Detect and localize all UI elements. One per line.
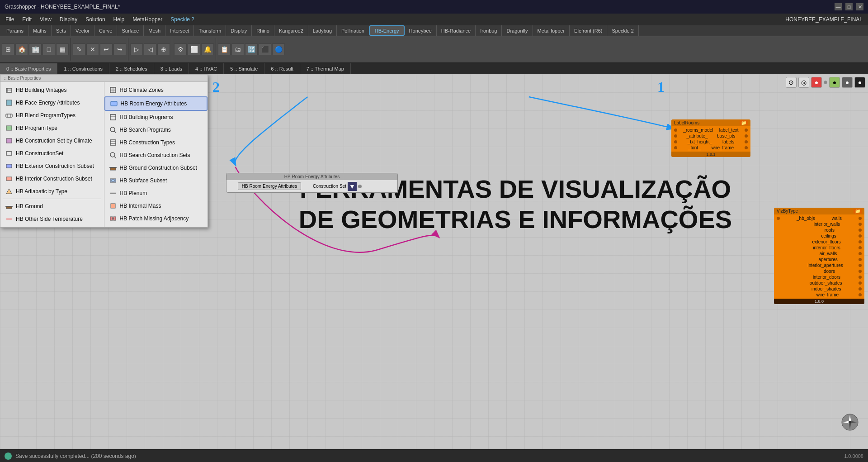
canvas-icon-6[interactable]: ● [842, 77, 853, 88]
menu-view[interactable]: View [36, 15, 55, 24]
menu-metahopper[interactable]: MetaHopper [129, 15, 166, 24]
toolbar-btn-5[interactable]: ▦ [56, 43, 69, 55]
dd-interior-construction[interactable]: HB Interior Construction Subset [0, 172, 104, 185]
canvas-icon-4[interactable] [824, 81, 827, 84]
tab-transform[interactable]: Transform [194, 25, 226, 36]
tab-params[interactable]: Params [2, 25, 28, 36]
tab-kangaroo2[interactable]: Kangaroo2 [274, 25, 308, 36]
toolbar-btn-3[interactable]: 🏢 [29, 43, 42, 55]
dd-room-energy[interactable]: HB Room Energy Attributes [104, 96, 208, 111]
tab-display[interactable]: Display [226, 25, 252, 36]
tab-intersect[interactable]: Intersect [165, 25, 194, 36]
toolbar-btn-11[interactable]: ◁ [144, 43, 156, 55]
tab-mesh[interactable]: Mesh [144, 25, 165, 36]
tab-ironbug[interactable]: Ironbug [476, 25, 502, 36]
toolbar-btn-2[interactable]: 🏠 [15, 43, 28, 55]
toolbar-btn-4[interactable]: □ [42, 43, 55, 55]
canvas-icon-7[interactable]: ● [854, 77, 865, 88]
tab-surface[interactable]: Surface [117, 25, 144, 36]
menu-speckle[interactable]: Speckle 2 [167, 15, 198, 24]
dd-exterior-construction[interactable]: HB Exterior Construction Subset [0, 160, 104, 172]
viz-input: _hb_objs [797, 216, 815, 221]
menu-help[interactable]: Help [110, 15, 128, 24]
dd-construction-set[interactable]: HB ConstructionSet [0, 147, 104, 160]
minimize-button[interactable]: — [835, 3, 842, 10]
menu-file[interactable]: File [2, 15, 18, 24]
toolbar-btn-8[interactable]: ↩ [100, 43, 113, 55]
cat-schedules[interactable]: 2 :: Schedules [109, 63, 154, 74]
toolbar: ⊞ 🏠 🏢 □ ▦ ✎ ✕ ↩ ↪ ▷ ◁ ⊕ ⚙ ⬜ 🔔 📋 🗂 🔢 ⬛ 🔵 [0, 36, 868, 63]
close-button[interactable]: ✕ [856, 3, 863, 10]
maximize-button[interactable]: □ [845, 3, 853, 10]
viz-fold[interactable]: 📁 [854, 209, 862, 214]
tab-honeybee[interactable]: Honeybee [405, 25, 437, 36]
dd-patch-adjacency[interactable]: HB Patch Missing Adjacency [104, 212, 208, 225]
cat-result[interactable]: 6 :: Result [264, 63, 300, 74]
canvas-icon-2[interactable]: ◎ [798, 77, 809, 88]
dd-adiabatic[interactable]: HB Adiabatic by Type [0, 185, 104, 198]
toolbar-btn-12[interactable]: ⊕ [157, 43, 170, 55]
dd-building-programs[interactable]: HB Building Programs [104, 111, 208, 124]
toolbar-btn-20[interactable]: 🔵 [272, 43, 285, 55]
nav-compass[interactable] [841, 413, 859, 431]
tab-hb-energy[interactable]: HB-Energy [369, 25, 405, 36]
canvas-icon-5[interactable]: ● [829, 77, 840, 88]
toolbar-btn-16[interactable]: 📋 [218, 43, 231, 55]
dd-construction-climate[interactable]: HB Construction Set by Climate [0, 134, 104, 147]
cat-thermal[interactable]: 7 :: Thermal Map [300, 63, 351, 74]
toolbar-btn-13[interactable]: ⚙ [174, 43, 187, 55]
dd-construction-types[interactable]: HB Construction Types [104, 136, 208, 149]
dd-internal-mass[interactable]: HB Internal Mass [104, 200, 208, 212]
tab-dragonfly[interactable]: Dragonfly [502, 25, 533, 36]
toolbar-btn-14[interactable]: ⬜ [188, 43, 200, 55]
label-rooms-fold[interactable]: 📁 [740, 120, 748, 125]
tab-elefront[interactable]: Elefront (R6) [570, 25, 607, 36]
dd-subface-subset[interactable]: HB Subface Subset [104, 174, 208, 187]
dd-program-type[interactable]: HB ProgramType [0, 122, 104, 134]
dd-face-energy[interactable]: HB Face Energy Attributes [0, 96, 104, 109]
viz-out-int-walls: interior_walls [814, 222, 840, 227]
toolbar-btn-1[interactable]: ⊞ [2, 43, 14, 55]
dd-building-vintages[interactable]: HB Building Vintages [0, 84, 104, 96]
dd-ground[interactable]: HB Ground [0, 200, 104, 213]
dd-blend-programs[interactable]: HB Blend ProgramTypes [0, 109, 104, 122]
toolbar-btn-18[interactable]: 🔢 [245, 43, 258, 55]
toolbar-btn-19[interactable]: ⬛ [259, 43, 271, 55]
tab-metahopper[interactable]: MetaHopper [533, 25, 570, 36]
room-energy-node-label-btn[interactable]: HB Room Energy Attributes [238, 182, 301, 190]
room-energy-node-arrow[interactable]: ▼ [348, 182, 357, 191]
dd-other-side-temp[interactable]: HB Other Side Temperature [0, 213, 104, 225]
toolbar-btn-7[interactable]: ✕ [86, 43, 99, 55]
dd-plenum[interactable]: HB Plenum [104, 187, 208, 200]
tab-sets[interactable]: Sets [52, 25, 71, 36]
toolbar-btn-15[interactable]: 🔔 [201, 43, 214, 55]
tab-ladybug[interactable]: Ladybug [308, 25, 337, 36]
cat-basic[interactable]: 0 :: Basic Properties [0, 63, 57, 74]
menu-solution[interactable]: Solution [82, 15, 108, 24]
toolbar-btn-6[interactable]: ✎ [73, 43, 85, 55]
cat-loads[interactable]: 3 :: Loads [154, 63, 189, 74]
dd-search-construction[interactable]: HB Search Construction Sets [104, 149, 208, 162]
viz-port-out-4 [859, 234, 862, 238]
tab-pollination[interactable]: Pollination [337, 25, 369, 36]
tab-curve[interactable]: Curve [94, 25, 117, 36]
toolbar-btn-10[interactable]: ▷ [130, 43, 143, 55]
menu-display[interactable]: Display [56, 15, 81, 24]
tab-hb-radiance[interactable]: HB-Radiance [437, 25, 476, 36]
canvas-icon-3[interactable]: ● [811, 77, 822, 88]
cat-simulate[interactable]: 5 :: Simulate [224, 63, 264, 74]
tab-maths[interactable]: Maths [28, 25, 52, 36]
tab-rhino[interactable]: Rhino [252, 25, 274, 36]
toolbar-btn-17[interactable]: 🗂 [231, 43, 244, 55]
toolbar-btn-9[interactable]: ↪ [113, 43, 126, 55]
cat-hvac[interactable]: 4 :: HVAC [189, 63, 224, 74]
cat-constructions[interactable]: 1 :: Constructions [57, 63, 109, 74]
dd-ground-construction[interactable]: HB Ground Construction Subset [104, 162, 208, 174]
status-message: Save successfully completed... (200 seco… [15, 453, 136, 459]
menu-edit[interactable]: Edit [19, 15, 35, 24]
canvas-icon-1[interactable]: ⊙ [786, 77, 797, 88]
dd-climate-zones[interactable]: HB Climate Zones [104, 84, 208, 96]
tab-vector[interactable]: Vector [71, 25, 94, 36]
dd-search-programs[interactable]: HB Search Programs [104, 124, 208, 136]
tab-speckle2[interactable]: Speckle 2 [607, 25, 638, 36]
